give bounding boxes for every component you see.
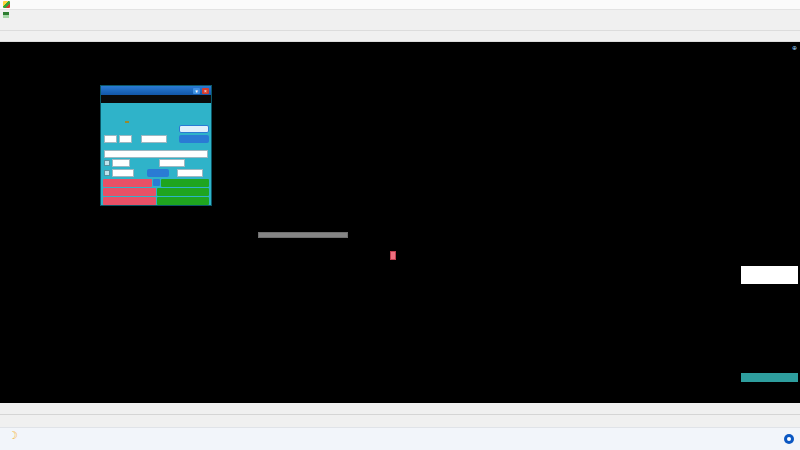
stop-orders-row	[101, 187, 211, 196]
sl-icon	[104, 170, 110, 176]
risk-field[interactable]	[141, 135, 167, 143]
taskbar: ☽	[0, 427, 800, 450]
menu-bar	[0, 10, 800, 19]
panel-minimize-icon[interactable]: ▾	[193, 88, 200, 94]
lot-calc-button[interactable]	[179, 125, 209, 133]
panel-tabs	[101, 103, 211, 113]
ma-tooltip	[258, 232, 348, 238]
panel-symbol-row	[101, 95, 211, 103]
panel-field-labels	[101, 121, 211, 134]
mm-toggle[interactable]	[125, 121, 129, 123]
mt4-app-icon	[3, 1, 10, 8]
buy-stop-button[interactable]	[157, 188, 210, 196]
chart-area[interactable]: ⊕ ▾ ×	[0, 42, 800, 403]
tp-points-field[interactable]	[177, 169, 203, 177]
lot-field[interactable]	[112, 159, 130, 167]
bid-price-box	[741, 275, 798, 284]
panel-fields-row	[101, 134, 211, 144]
rsl-field[interactable]	[119, 135, 132, 143]
buy-button[interactable]	[161, 179, 210, 187]
refresh-icon[interactable]: ⊕	[792, 45, 797, 51]
price-button[interactable]	[147, 169, 169, 177]
sell-buy-row	[101, 178, 211, 187]
taskbar-weather-widget[interactable]: ☽	[8, 430, 22, 441]
sell-stop-button[interactable]	[103, 188, 156, 196]
trade-assistant-panel: ▾ ×	[100, 85, 212, 206]
window-titlebar	[0, 0, 800, 10]
status-bar	[0, 414, 800, 427]
lines-button[interactable]	[179, 135, 209, 143]
limit-orders-row	[101, 196, 211, 205]
comment-input[interactable]	[104, 150, 208, 158]
sl-price-tp-row	[101, 168, 211, 178]
chart-window-icon	[3, 12, 9, 18]
ask-price-box	[741, 266, 798, 275]
panel-close-icon[interactable]: ×	[202, 88, 209, 94]
trade-assistant-titlebar[interactable]: ▾ ×	[101, 86, 211, 95]
swap-icon[interactable]	[153, 179, 160, 186]
rsi-value-box	[741, 373, 798, 382]
lot-entry-row	[101, 158, 211, 168]
panel-info-row	[101, 113, 211, 121]
open-position-tag	[390, 251, 396, 260]
sell-limit-button[interactable]	[103, 197, 156, 205]
notification-badge[interactable]	[784, 434, 794, 444]
rtp-field[interactable]	[104, 135, 117, 143]
toolbar-line-studies	[0, 31, 800, 42]
moon-weather-icon: ☽	[8, 430, 18, 441]
toolbar-standard	[0, 19, 800, 31]
window-bottom-strip	[0, 403, 800, 414]
lot-icon	[104, 160, 110, 166]
sell-button[interactable]	[103, 179, 152, 187]
trade-assistant-overlay-label: ⊕	[790, 44, 797, 51]
entry-field[interactable]	[159, 159, 185, 167]
sl-points-field[interactable]	[112, 169, 134, 177]
desktop: ⊕ ▾ ×	[0, 0, 800, 450]
buy-limit-button[interactable]	[157, 197, 210, 205]
